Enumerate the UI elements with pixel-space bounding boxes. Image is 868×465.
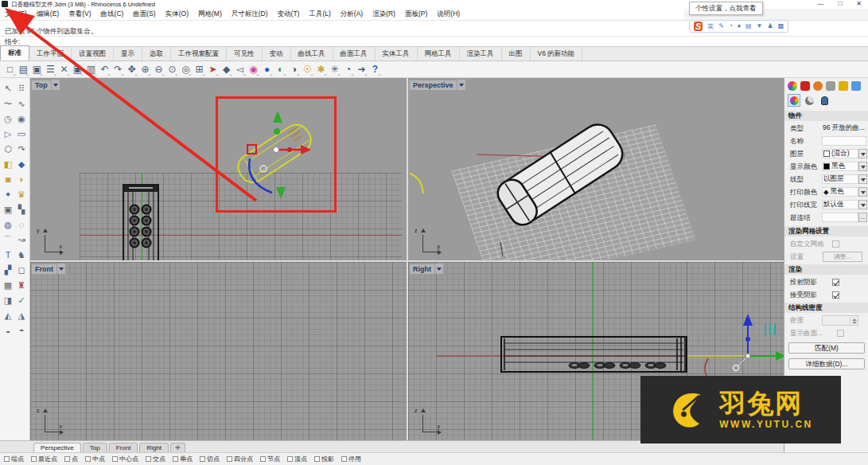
toolbar-icon[interactable]: ◐ [274, 63, 287, 76]
menu-item[interactable]: 曲线(C) [96, 10, 129, 19]
layers-tab-icon[interactable] [800, 81, 810, 91]
viewport-title[interactable]: Right [410, 264, 443, 274]
dropdown-chevron-icon[interactable] [858, 174, 867, 184]
sogou-logo-icon[interactable]: S [694, 21, 703, 31]
toolbar-tab[interactable]: 渲染工具 [460, 47, 502, 61]
toolbar-tab[interactable]: 曲面工具 [333, 47, 376, 61]
tool-icon[interactable]: ◆ [15, 157, 29, 172]
explorer-tab-icon[interactable] [839, 81, 848, 91]
toolbar-icon[interactable]: ↷ [111, 63, 125, 76]
viewport-menu-chevron-icon[interactable] [435, 264, 443, 274]
osnap-checkbox[interactable] [200, 456, 205, 462]
toolbar-icon[interactable]: ▥ [84, 63, 98, 76]
osnap-item[interactable]: 投影 [314, 455, 334, 463]
toolbar-icon[interactable]: ? [368, 63, 382, 76]
menu-item[interactable]: 编辑(E) [32, 10, 64, 19]
toolbar-icon[interactable]: ◆ [220, 63, 233, 76]
viewport-menu-chevron-icon[interactable] [57, 264, 65, 274]
viewport-tab[interactable]: Front [109, 443, 138, 452]
help-tab-icon[interactable] [851, 81, 861, 91]
osnap-checkbox[interactable] [31, 456, 37, 462]
dropdown-chevron-icon[interactable] [858, 149, 867, 158]
osnap-item[interactable]: 节点 [260, 455, 280, 463]
toolbar-tab[interactable]: 设置视图 [72, 47, 114, 61]
tool-icon[interactable]: ◌ [15, 217, 29, 232]
new-viewport-tab-icon[interactable]: ✛ [170, 443, 185, 452]
osnap-item[interactable]: 中点 [85, 455, 105, 463]
ime-icon[interactable]: ◔ [729, 22, 733, 31]
density-input[interactable] [822, 315, 858, 326]
toolbar-tab[interactable]: 变动 [263, 47, 291, 61]
spinner-icon[interactable] [850, 317, 857, 326]
viewport-title[interactable]: Front [32, 264, 65, 274]
tool-icon[interactable]: 〜 [2, 96, 15, 111]
toolbar-tab[interactable]: 选取 [142, 47, 171, 61]
menu-item[interactable]: 实体(O) [161, 10, 193, 19]
object-props-icon[interactable] [788, 94, 800, 107]
osnap-item[interactable]: 点 [64, 455, 78, 463]
osnap-item[interactable]: 切点 [200, 455, 220, 463]
osnap-checkbox[interactable] [314, 456, 320, 462]
menu-item[interactable]: 变动(T) [273, 10, 305, 19]
close-button[interactable]: ✕ [856, 0, 862, 7]
toolbar-tab[interactable]: 实体工具 [376, 47, 418, 61]
custom-mesh-checkbox[interactable] [832, 240, 839, 248]
menu-item[interactable]: 曲面(S) [128, 10, 160, 19]
toolbar-icon[interactable]: □ [3, 63, 17, 76]
tool-icon[interactable]: ⠿ [15, 81, 29, 96]
toolbar-icon[interactable]: ⊕ [138, 63, 152, 76]
dropdown-chevron-icon[interactable] [858, 162, 867, 171]
menu-item[interactable]: 面板(P) [400, 10, 432, 19]
viewport-title[interactable]: Top [32, 80, 60, 90]
ime-icon[interactable]: ▼ [757, 22, 763, 31]
toolbar-icon[interactable]: ▣ [71, 63, 84, 76]
ime-icon[interactable]: ♟ [767, 22, 773, 31]
toolbar-icon[interactable]: ✕ [57, 63, 71, 76]
toolbar-icon[interactable]: ◔ [341, 63, 355, 76]
toolbar-icon[interactable]: ⊙ [165, 63, 179, 76]
tool-icon[interactable]: ↖ [2, 81, 15, 96]
toolbar-icon[interactable]: ◅ [233, 63, 247, 76]
osnap-checkbox[interactable] [341, 456, 347, 462]
toolbar-tab[interactable]: 标准 [0, 45, 29, 61]
materials-tab-icon[interactable] [826, 81, 835, 91]
ime-icon[interactable]: 英 [707, 22, 714, 31]
tool-icon[interactable]: ▣ [2, 202, 15, 217]
toolbar-icon[interactable]: ✥ [125, 63, 138, 76]
osnap-item[interactable]: 端点 [4, 455, 24, 463]
osnap-checkbox[interactable] [173, 456, 178, 462]
cast-shadows-checkbox[interactable] [832, 279, 839, 286]
tool-icon[interactable]: T [2, 248, 15, 263]
menu-item[interactable]: 说明(H) [432, 10, 465, 19]
tool-icon[interactable]: ◓ [15, 323, 29, 338]
tool-icon[interactable]: ◉ [15, 111, 29, 127]
osnap-checkbox[interactable] [146, 456, 151, 462]
osnap-item[interactable]: 四分点 [227, 455, 253, 463]
osnap-checkbox[interactable] [227, 456, 232, 462]
tool-icon[interactable]: ♛ [15, 187, 29, 202]
toolbar-tab[interactable]: 可见性 [227, 47, 263, 61]
tool-icon[interactable]: ▚ [15, 202, 29, 217]
toolbar-tab[interactable]: V6 的新功能 [531, 47, 583, 61]
tool-icon[interactable]: ⬡ [2, 142, 15, 157]
osnap-item[interactable]: 交点 [146, 455, 165, 463]
ime-bar[interactable]: S 英✎◔♦▤▼♟▩ [689, 20, 788, 33]
osnap-checkbox[interactable] [260, 456, 266, 462]
toolbar-tab[interactable]: 工作平面 [29, 47, 72, 61]
osnap-item[interactable]: 顶点 [287, 455, 307, 463]
details-button[interactable]: 详细数据(D)... [788, 358, 865, 369]
tool-icon[interactable]: ◒ [2, 323, 15, 338]
layer-select[interactable]: (混合) [822, 149, 858, 158]
tool-icon[interactable]: ◙ [2, 172, 15, 187]
tool-icon[interactable]: ▭ [15, 127, 29, 142]
toolbar-icon[interactable]: ✱ [314, 63, 328, 76]
toolbar-icon[interactable]: ⊖ [152, 63, 165, 76]
osnap-item[interactable]: 垂点 [173, 455, 193, 463]
toolbar-icon[interactable]: ◑ [287, 63, 301, 76]
print-color-select[interactable]: ◆黑色 [822, 187, 858, 197]
hyperlink-more-button[interactable]: ... [858, 213, 867, 222]
print-width-select[interactable]: 默认值 [822, 200, 858, 209]
tool-icon[interactable]: ✦ [2, 187, 15, 202]
display-color-select[interactable]: 黑色 [822, 162, 858, 171]
toolbar-icon[interactable]: ⊞ [193, 63, 206, 76]
